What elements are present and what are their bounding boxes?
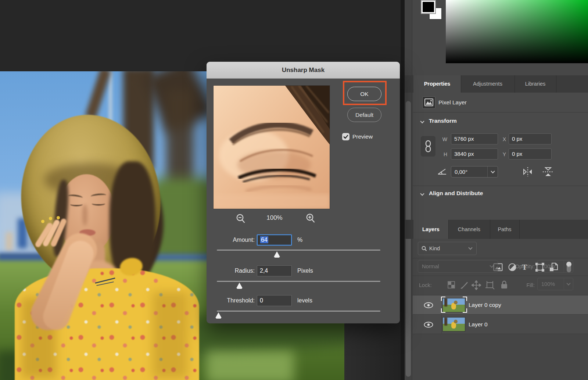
layer-name: Layer 0 copy (469, 295, 501, 315)
lock-all-icon[interactable] (500, 280, 508, 290)
opacity-dropdown[interactable]: 100% (537, 260, 573, 273)
layer-thumbnail[interactable] (443, 318, 465, 331)
selection-bracket-tr (463, 297, 467, 301)
threshold-unit: levels (297, 295, 312, 306)
foreground-color-swatch[interactable] (422, 1, 435, 13)
fill-dropdown[interactable]: 100% (537, 278, 573, 290)
transform-h-field[interactable]: 3840 px (451, 148, 498, 159)
transform-x-field[interactable]: 0 px (509, 133, 552, 144)
tab-paths[interactable]: Paths (490, 220, 519, 239)
threshold-label: Threshold: (207, 295, 255, 306)
photo-eye-right (92, 202, 105, 205)
kind-filter-label: Kind (429, 245, 469, 251)
pixel-layer-label: Pixel Layer (438, 96, 467, 109)
blend-mode-value: Normal (418, 264, 490, 269)
kind-filter-dropdown[interactable]: Kind (418, 242, 477, 255)
flip-vertical-button[interactable] (542, 166, 554, 178)
angle-dropdown[interactable]: 0,00° (451, 166, 498, 178)
color-gradient-field[interactable] (446, 0, 588, 63)
dialog-title-bar[interactable]: Unsharp Mask (207, 62, 400, 79)
radius-slider-track[interactable] (217, 281, 380, 282)
tab-divider (490, 220, 490, 239)
zoom-level-label: 100% (256, 214, 293, 222)
panel-scrollbar-thumb[interactable] (406, 101, 411, 377)
layer-row-selected[interactable]: Layer 0 copy (413, 295, 588, 314)
flip-horizontal-button[interactable] (522, 167, 534, 177)
align-collapse-icon[interactable] (420, 191, 424, 196)
opacity-value: 100% (538, 264, 564, 269)
opacity-chevron-icon (566, 264, 570, 268)
zoom-in-icon[interactable] (306, 214, 315, 223)
layer-visibility-eye-icon[interactable] (424, 322, 433, 328)
align-distribute-title[interactable]: Align and Distribute (429, 190, 483, 197)
transform-h-label: H (438, 151, 447, 157)
kind-chevron-icon (468, 245, 472, 250)
angle-icon (437, 167, 447, 175)
amount-input[interactable]: 64 (257, 234, 292, 245)
transform-collapse-icon[interactable] (420, 119, 424, 123)
lock-transparency-icon[interactable] (448, 281, 455, 288)
photo-nail-3 (57, 216, 60, 219)
tab-layers[interactable]: Layers (413, 220, 448, 239)
tab-divider (448, 220, 449, 239)
photo-grass-light-patch (206, 351, 294, 380)
properties-tab-row: Properties Adjustments Libraries (405, 75, 588, 93)
layer-thumbnail[interactable] (443, 298, 465, 312)
lock-label: Lock: (419, 278, 432, 293)
tab-divider (514, 75, 515, 93)
fill-label: Fill: (512, 278, 535, 293)
angle-value: 0,00° (451, 169, 487, 175)
dialog-preview-image[interactable] (214, 86, 330, 209)
photo-person-blur-3 (6, 232, 12, 251)
checkmark-icon (342, 133, 349, 140)
layer-visibility-eye-icon[interactable] (424, 302, 433, 308)
ok-button[interactable]: OK (347, 87, 381, 101)
default-button[interactable]: Default (347, 108, 381, 122)
preview-checkbox[interactable] (342, 133, 349, 140)
layer-row[interactable]: Layer 0 (413, 314, 588, 334)
photo-nail-1 (41, 220, 44, 223)
opacity-label: Opacity: (501, 260, 535, 273)
lock-artboard-icon[interactable] (485, 280, 495, 290)
color-panel (413, 0, 588, 75)
tab-divider (519, 220, 520, 239)
photo-dress-fold-right (153, 292, 187, 378)
tab-adjustments[interactable]: Adjustments (461, 75, 514, 93)
fill-value: 100% (538, 281, 564, 287)
lock-position-icon[interactable] (472, 280, 481, 290)
layer-name: Layer 0 (469, 315, 488, 334)
transform-y-field[interactable]: 0 px (509, 148, 552, 159)
radius-unit: Pixels (297, 265, 313, 276)
preview-checkbox-label[interactable]: Preview (352, 133, 373, 140)
right-panel: Properties Adjustments Libraries Pixel L… (405, 0, 588, 380)
transform-w-field[interactable]: 5760 px (451, 133, 498, 144)
threshold-slider-track[interactable] (217, 311, 380, 312)
amount-slider-track[interactable] (217, 250, 380, 251)
properties-content: Pixel Layer Transform W 5760 px X 0 px H… (413, 93, 588, 220)
selection-bracket-tl (441, 297, 445, 301)
lock-pixels-icon[interactable] (460, 280, 469, 289)
blend-mode-dropdown[interactable]: Normal (418, 260, 498, 273)
pixel-layer-icon (422, 96, 435, 109)
unsharp-mask-dialog: Unsharp Mask (207, 62, 400, 323)
link-dimensions-button[interactable] (421, 136, 435, 157)
amount-label: Amount: (207, 234, 255, 245)
tab-divider (556, 75, 556, 93)
threshold-slider-thumb[interactable] (215, 312, 222, 319)
amount-unit: % (297, 234, 302, 245)
photo-nail-2 (49, 217, 52, 220)
threshold-input[interactable]: 0 (257, 295, 292, 306)
photoshop-window: Properties Adjustments Libraries Pixel L… (0, 0, 588, 380)
radius-input[interactable]: 2,4 (257, 265, 292, 276)
tab-properties[interactable]: Properties (413, 75, 461, 93)
angle-chevron-icon (491, 169, 495, 173)
tab-channels[interactable]: Channels (448, 220, 490, 239)
transform-title[interactable]: Transform (429, 118, 457, 124)
amount-selected-text: 64 (260, 236, 268, 243)
chain-link-icon (424, 140, 432, 153)
layer-eye-divider (441, 315, 442, 334)
radius-slider-thumb[interactable] (236, 283, 243, 289)
zoom-out-icon[interactable] (236, 214, 245, 224)
tab-libraries[interactable]: Libraries (514, 75, 556, 93)
amount-slider-thumb[interactable] (273, 251, 280, 258)
